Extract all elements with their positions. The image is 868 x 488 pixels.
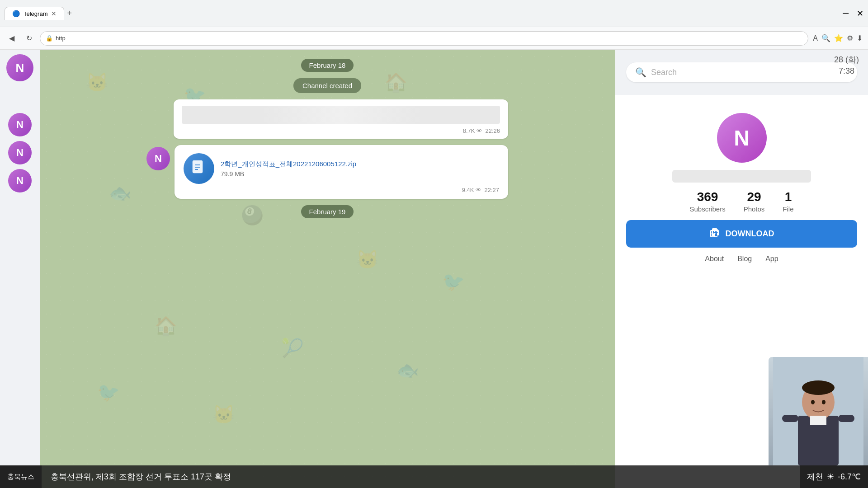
weather-city: 제천 [807, 471, 823, 482]
new-tab-button[interactable]: + [67, 9, 72, 18]
files-count: 1 [785, 190, 792, 204]
photos-label: Photos [744, 205, 765, 213]
chat-avatar-1[interactable]: N [8, 113, 32, 136]
channel-name-blur [672, 170, 811, 183]
weather-display: 제천 ☀ -6.7℃ [800, 465, 868, 488]
address-bar[interactable]: 🔒 http [40, 31, 808, 46]
tab-close-icon[interactable]: ✕ [51, 10, 57, 17]
file-info: 2학년_개인성적표_전체20221206005122.zip 79.9 MB [221, 160, 499, 178]
channel-panel: N 369 Subscribers 29 Photos 1 File [615, 99, 868, 277]
panel-links: About Blog App [626, 255, 857, 263]
file-message-time: 22:27 [484, 187, 499, 193]
file-message-bubble[interactable]: 2학년_개인성적표_전체20221206005122.zip 79.9 MB 9… [175, 145, 508, 199]
telegram-tab[interactable]: 🔵 Telegram ✕ [5, 7, 64, 20]
svg-rect-11 [838, 415, 854, 422]
download-icon-btn [709, 227, 720, 240]
svg-point-12 [811, 400, 815, 404]
reload-button[interactable]: ↻ [23, 32, 35, 45]
url-text: http [56, 35, 66, 42]
file-row: 2학년_개인성적표_전체20221206005122.zip 79.9 MB [184, 153, 499, 184]
about-link[interactable]: About [705, 255, 724, 263]
date-badge-feb19: February 19 [301, 205, 354, 218]
browser-tab-bar: 🔵 Telegram ✕ + ─ ✕ [0, 0, 868, 27]
sender-avatar-file: N [146, 147, 170, 170]
settings-icon[interactable]: ⚙ [847, 34, 853, 42]
svg-point-13 [822, 400, 826, 404]
channel-avatar: N [717, 113, 767, 163]
file-icon-circle [184, 153, 214, 184]
datetime-display: 28 (화) 7:38 [834, 54, 859, 77]
file-view-count: 9.4K 👁 [462, 187, 482, 193]
svg-rect-9 [810, 416, 826, 425]
download-label: DOWNLOAD [726, 229, 774, 239]
stat-subscribers: 369 Subscribers [689, 190, 725, 213]
files-label: File [783, 205, 793, 213]
chat-content: February 18 Channel created 8.7K 👁 22:26 [40, 50, 615, 227]
bookmark-icon[interactable]: ⭐ [834, 34, 843, 42]
subscribers-count: 369 [697, 190, 718, 204]
news-source: 충북뉴스 [0, 465, 42, 488]
download-icon[interactable]: ⬇ [857, 34, 863, 42]
apps-link[interactable]: App [765, 255, 778, 263]
svg-rect-10 [782, 415, 798, 422]
news-presenter-overlay [769, 357, 868, 465]
font-size-icon[interactable]: A [813, 34, 818, 42]
weather-icon: ☀ [827, 472, 834, 482]
window-minimize-icon[interactable]: ─ [843, 9, 849, 18]
message-row-file: N 2 [146, 145, 508, 199]
message-time-1: 22:26 [485, 127, 500, 134]
news-ticker: 충북뉴스 충북선관위, 제3회 조합장 선거 투표소 117곳 확정 제천 ☀ … [0, 465, 868, 488]
chat-avatar-3[interactable]: N [8, 169, 32, 192]
channel-stats: 369 Subscribers 29 Photos 1 File [626, 190, 857, 213]
download-button[interactable]: DOWNLOAD [626, 220, 857, 248]
file-name: 2학년_개인성적표_전체20221206005122.zip [221, 160, 499, 169]
main-avatar[interactable]: N [6, 54, 33, 81]
chat-area: 🐱 🐦 🎾 🏠 🐟 🐟 🎱 🐱 🐦 🏠 🎾 🐟 🐦 🐱 February 18 … [40, 50, 615, 488]
message-bubble-1: 8.7K 👁 22:26 [174, 99, 508, 139]
stat-files: 1 File [783, 190, 793, 213]
file-size: 79.9 MB [221, 170, 499, 178]
back-button[interactable]: ◀ [5, 32, 18, 45]
zoom-icon[interactable]: 🔍 [821, 34, 830, 42]
view-count-1: 8.7K 👁 [463, 127, 483, 134]
chat-avatar-2[interactable]: N [8, 141, 32, 164]
browser-navbar: ◀ ↻ 🔒 http A 🔍 ⭐ ⚙ ⬇ [0, 27, 868, 50]
svg-point-8 [802, 380, 835, 395]
photos-count: 29 [747, 190, 761, 204]
message-meta-1: 8.7K 👁 22:26 [182, 127, 500, 134]
weather-temp: -6.7℃ [838, 472, 861, 482]
system-message: Channel created [293, 78, 361, 93]
stat-photos: 29 Photos [744, 190, 765, 213]
eye-icon-file: 👁 [476, 187, 481, 193]
tab-label: Telegram [24, 10, 47, 17]
message-row-1: 8.7K 👁 22:26 [146, 99, 508, 139]
search-placeholder: Search [651, 68, 677, 77]
presenter-figure [769, 357, 868, 465]
file-message-meta: 9.4K 👁 22:27 [184, 187, 499, 193]
telegram-layout: N N N N 🐱 🐦 🎾 🏠 🐟 🐟 🎱 🐱 🐦 [0, 50, 868, 488]
time-display: 7:38 [834, 66, 859, 77]
blog-link[interactable]: Blog [737, 255, 752, 263]
channel-avatar-letter: N [734, 126, 750, 150]
news-text: 충북선관위, 제3회 조합장 선거 투표소 117곳 확정 [42, 471, 868, 482]
browser-toolbar: A 🔍 ⭐ ⚙ ⬇ [813, 34, 863, 42]
window-close-icon[interactable]: ✕ [857, 9, 863, 19]
search-icon: 🔍 [635, 67, 646, 78]
avatar-letter: N [16, 61, 24, 75]
sidebar: N N N N [0, 50, 40, 488]
eye-icon: 👁 [476, 127, 482, 134]
date-display: 28 (화) [834, 54, 859, 66]
search-bar-container: 🔍 Search 28 (화) 7:38 [615, 50, 868, 95]
subscribers-label: Subscribers [689, 205, 725, 213]
search-input-wrap[interactable]: 🔍 Search [626, 62, 857, 82]
date-badge-feb18: February 18 [301, 59, 354, 72]
